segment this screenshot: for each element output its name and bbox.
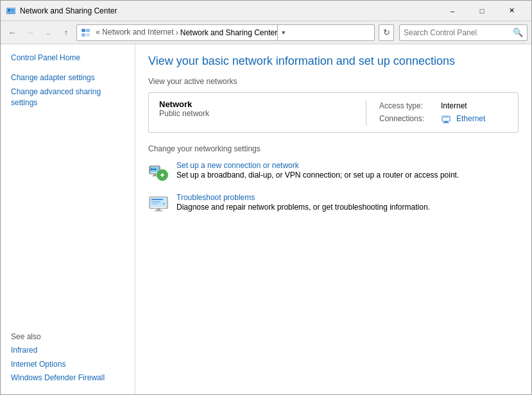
sidebar-item-windows-defender-firewall[interactable]: Windows Defender Firewall bbox=[11, 371, 124, 385]
connections-link[interactable]: Ethernet bbox=[456, 112, 485, 125]
see-also-label: See also bbox=[11, 332, 124, 341]
svg-rect-28 bbox=[151, 203, 158, 205]
page-title: View your basic network information and … bbox=[148, 55, 519, 68]
svg-rect-20 bbox=[162, 173, 163, 177]
sidebar-item-control-panel-home[interactable]: Control Panel Home bbox=[1, 51, 135, 65]
refresh-button[interactable]: ↻ bbox=[379, 24, 394, 41]
search-button[interactable]: 🔍 bbox=[513, 28, 523, 37]
breadcrumb-sep: › bbox=[176, 28, 178, 37]
ethernet-icon bbox=[441, 115, 451, 124]
svg-rect-10 bbox=[443, 122, 449, 123]
svg-rect-30 bbox=[155, 210, 162, 212]
sidebar-see-also: See also Infrared Internet Options Windo… bbox=[1, 326, 135, 389]
minimize-button[interactable]: – bbox=[438, 1, 467, 21]
sidebar-item-internet-options[interactable]: Internet Options bbox=[11, 358, 124, 372]
breadcrumb-current: Network and Sharing Center bbox=[180, 28, 277, 37]
svg-rect-15 bbox=[153, 174, 156, 176]
svg-rect-2 bbox=[8, 9, 10, 12]
network-name: Network bbox=[159, 99, 353, 109]
svg-rect-4 bbox=[82, 29, 85, 32]
window-controls: – □ ✕ bbox=[438, 1, 526, 21]
svg-rect-6 bbox=[82, 33, 85, 37]
svg-rect-11 bbox=[443, 117, 445, 118]
sidebar-item-change-advanced-sharing[interactable]: Change advanced sharingsettings bbox=[1, 85, 135, 110]
access-type-value: Internet bbox=[441, 99, 467, 112]
breadcrumb-network-link[interactable]: Network and Internet bbox=[102, 28, 173, 37]
maximize-button[interactable]: □ bbox=[467, 1, 497, 21]
new-connection-link[interactable]: Set up a new connection or network bbox=[176, 161, 299, 170]
forward-button[interactable]: → bbox=[22, 25, 38, 40]
svg-rect-7 bbox=[86, 33, 90, 37]
network-info-column: Access type: Internet Connections: bbox=[379, 99, 508, 126]
svg-rect-12 bbox=[445, 117, 447, 118]
svg-rect-16 bbox=[152, 176, 157, 176]
svg-rect-3 bbox=[11, 9, 14, 12]
new-connection-icon bbox=[148, 161, 169, 181]
new-connection-action: Set up a new connection or network Set u… bbox=[148, 161, 519, 181]
search-input[interactable] bbox=[404, 28, 513, 37]
troubleshoot-desc: Diagnose and repair network problems, or… bbox=[176, 203, 430, 212]
up-button[interactable]: ↑ bbox=[58, 25, 74, 40]
connections-icon bbox=[441, 115, 452, 124]
window-title: Network and Sharing Center bbox=[20, 6, 438, 15]
troubleshoot-action: Troubleshoot problems Diagnose and repai… bbox=[148, 193, 519, 214]
svg-rect-27 bbox=[151, 201, 160, 203]
svg-point-22 bbox=[151, 168, 153, 170]
main-layout: Control Panel Home Change adapter settin… bbox=[1, 44, 531, 395]
sidebar-item-infrared[interactable]: Infrared bbox=[11, 344, 124, 358]
recent-button[interactable]: ⌄ bbox=[40, 25, 56, 40]
new-connection-desc: Set up a broadband, dial-up, or VPN conn… bbox=[176, 171, 459, 180]
access-type-row: Access type: Internet bbox=[379, 99, 508, 112]
search-box: 🔍 bbox=[399, 24, 528, 41]
breadcrumb-network-internet[interactable]: « Network and Internet bbox=[81, 28, 174, 37]
sidebar: Control Panel Home Change adapter settin… bbox=[1, 44, 135, 395]
back-button[interactable]: ← bbox=[4, 25, 20, 40]
troubleshoot-link[interactable]: Troubleshoot problems bbox=[176, 193, 255, 202]
address-box: « Network and Internet › Network and Sha… bbox=[76, 24, 375, 41]
svg-rect-13 bbox=[447, 117, 449, 118]
troubleshoot-icon bbox=[148, 193, 169, 214]
address-dropdown-button[interactable]: ▼ bbox=[277, 24, 289, 41]
sidebar-divider bbox=[1, 65, 135, 71]
active-networks-label: View your active networks bbox=[148, 77, 519, 86]
network-name-column: Network Public network bbox=[159, 99, 353, 118]
sidebar-item-change-adapter-settings[interactable]: Change adapter settings bbox=[1, 71, 135, 85]
svg-rect-29 bbox=[157, 208, 160, 210]
new-connection-content: Set up a new connection or network Set u… bbox=[176, 161, 459, 180]
svg-rect-5 bbox=[86, 29, 90, 32]
title-bar: Network and Sharing Center – □ ✕ bbox=[1, 1, 531, 21]
troubleshoot-svg bbox=[148, 193, 169, 214]
change-settings-label: Change your networking settings bbox=[148, 144, 519, 153]
network-internet-icon bbox=[81, 28, 91, 37]
svg-point-23 bbox=[155, 168, 157, 170]
content-area: View your basic network information and … bbox=[135, 44, 531, 395]
networks-box: Network Public network Access type: Inte… bbox=[148, 92, 519, 133]
network-type: Public network bbox=[159, 109, 353, 118]
network-divider bbox=[366, 99, 366, 126]
new-connection-svg bbox=[148, 161, 169, 181]
address-bar: ← → ⌄ ↑ « Network and Internet › Network… bbox=[1, 21, 531, 44]
window-icon bbox=[6, 6, 16, 16]
troubleshoot-content: Troubleshoot problems Diagnose and repai… bbox=[176, 193, 430, 212]
access-type-label: Access type: bbox=[379, 99, 437, 112]
connections-label: Connections: bbox=[379, 112, 437, 125]
connections-row: Connections: Ethernet bbox=[379, 112, 508, 125]
close-button[interactable]: ✕ bbox=[497, 1, 526, 21]
svg-rect-9 bbox=[444, 121, 448, 122]
svg-rect-26 bbox=[151, 199, 163, 200]
